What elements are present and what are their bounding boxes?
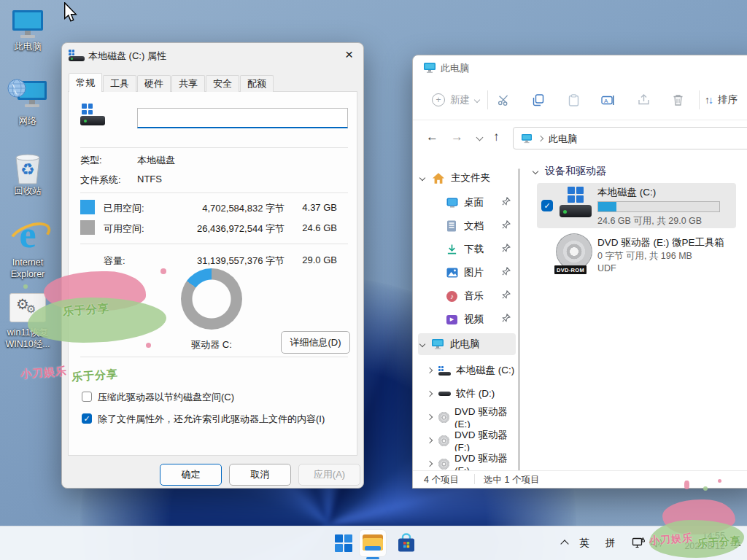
ime-indicator[interactable]: 拼 <box>605 537 616 550</box>
sidebar-item-documents[interactable]: 文档 <box>446 215 484 237</box>
free-space-label: 可用空间: <box>104 222 144 236</box>
desktop-icon-win11-restore[interactable]: ⚙ ⚙ win11恢复 WIN10经... <box>0 293 55 350</box>
group-header-devices[interactable]: 设备和驱动器 <box>533 165 606 178</box>
desktop-icon-recycle-bin[interactable]: ♻ 回收站 <box>0 152 55 197</box>
tab-quota[interactable]: 配额 <box>240 75 274 92</box>
copy-button[interactable] <box>530 92 547 108</box>
explorer-title: 此电脑 <box>441 62 469 75</box>
type-label: 类型: <box>80 154 102 167</box>
this-pc-mini-icon <box>431 338 444 350</box>
cut-button[interactable] <box>495 92 512 108</box>
explorer-sidebar: 主文件夹 桌面 文档 <box>413 158 522 471</box>
capacity-bytes: 31,139,557,376 字节 <box>197 254 285 268</box>
gear-icon: ⚙ <box>26 303 36 316</box>
rename-button[interactable]: A <box>599 92 616 108</box>
tab-sharing[interactable]: 共享 <box>171 75 205 92</box>
home-icon <box>432 172 445 184</box>
share-button[interactable] <box>635 92 652 108</box>
explorer-window: 此电脑 + 新建 <box>412 55 747 489</box>
tab-general[interactable]: 常规 <box>69 73 102 92</box>
sidebar-item-desktop[interactable]: 桌面 <box>446 192 484 214</box>
desktop-icon-network[interactable]: 网络 <box>0 79 55 127</box>
rename-icon: A <box>601 95 614 106</box>
collapse-chevron-icon[interactable] <box>427 414 433 420</box>
new-button[interactable]: + 新建 <box>432 91 479 109</box>
sidebar-item-drive-d[interactable]: 软件 (D:) <box>427 383 519 405</box>
sidebar-item-drive-c[interactable]: 本地磁盘 (C:) <box>427 359 519 381</box>
taskbar-file-explorer-button[interactable] <box>359 529 387 557</box>
volume-label-input[interactable] <box>137 108 348 128</box>
desktop-icon-internet-explorer[interactable]: e Internet Explorer <box>0 216 55 280</box>
tab-tools[interactable]: 工具 <box>103 75 136 92</box>
notifications-bell-icon[interactable] <box>729 537 742 549</box>
explorer-titlebar[interactable]: 此电脑 <box>413 55 747 80</box>
sidebar-item-music[interactable]: ♪ 音乐 <box>446 285 484 307</box>
collapse-chevron-icon[interactable] <box>427 391 433 397</box>
file-item-drive-c[interactable]: ✓ 本地磁盘 (C:) 24.6 GB 可用, 共 29.0 GB <box>537 183 736 228</box>
sidebar-item-pictures[interactable]: 图片 <box>446 262 484 284</box>
start-button[interactable] <box>332 532 355 555</box>
apply-button[interactable]: 应用(A) <box>298 464 360 486</box>
desktop-icon-label: 回收站 <box>0 185 55 197</box>
download-icon <box>446 244 457 255</box>
sidebar-item-dvd-f2[interactable]: DVD 驱动器 (F:) <box>427 453 519 471</box>
sidebar-item-this-pc[interactable]: 此电脑 <box>420 333 480 355</box>
index-checkbox-label: 除了文件属性外，还允许索引此驱动器上文件的内容(I) <box>98 413 325 426</box>
free-space-bytes: 26,436,972,544 字节 <box>197 222 285 236</box>
network-tray-icon[interactable] <box>632 537 645 549</box>
volume-icon[interactable] <box>650 537 663 548</box>
dvd-rom-badge: DVD-ROM <box>554 265 587 274</box>
tab-security[interactable]: 安全 <box>206 75 239 92</box>
item-filesystem: UDF <box>597 263 616 273</box>
sidebar-scrollbar[interactable] <box>518 168 520 471</box>
microsoft-store-icon <box>395 532 417 554</box>
used-space-bytes: 4,702,584,832 字节 <box>202 202 285 215</box>
details-button[interactable]: 详细信息(D) <box>281 331 350 354</box>
close-icon[interactable]: × <box>345 47 353 63</box>
expand-chevron-icon[interactable] <box>419 175 425 181</box>
compress-checkbox[interactable] <box>82 392 92 402</box>
music-icon: ♪ <box>446 291 457 302</box>
ok-button[interactable]: 确定 <box>160 464 222 486</box>
cut-icon <box>498 94 510 106</box>
language-indicator[interactable]: 英 <box>579 537 589 550</box>
sidebar-item-home[interactable]: 主文件夹 <box>420 167 490 189</box>
desktop-icon-label: Internet <box>0 257 55 268</box>
delete-button[interactable] <box>669 92 686 108</box>
up-icon[interactable]: ↑ <box>493 130 500 144</box>
paste-button[interactable] <box>565 92 582 108</box>
sidebar-item-downloads[interactable]: 下载 <box>446 238 484 260</box>
collapse-chevron-icon[interactable] <box>427 368 433 373</box>
sidebar-item-dvd-e[interactable]: DVD 驱动器 (E:) <box>427 406 519 428</box>
pin-icon <box>502 220 511 229</box>
back-icon[interactable]: ← <box>426 130 438 144</box>
cancel-button[interactable]: 取消 <box>229 464 291 486</box>
index-checkbox[interactable]: ✓ <box>82 413 92 424</box>
network-globe-icon <box>7 79 26 98</box>
videos-icon: ▶ <box>446 315 457 324</box>
collapse-chevron-icon[interactable] <box>427 438 433 443</box>
tab-hardware[interactable]: 硬件 <box>137 75 171 92</box>
desktop-icon-this-pc[interactable]: 此电脑 <box>0 9 55 52</box>
address-bar[interactable]: 此电脑 <box>513 127 747 149</box>
clock[interactable]: 14:55 2022/8/12 <box>671 531 725 551</box>
filesystem-label: 文件系统: <box>80 174 121 187</box>
dialog-titlebar[interactable]: 本地磁盘 (C:) 属性 × <box>62 43 363 68</box>
expand-chevron-icon[interactable] <box>419 341 425 347</box>
forward-icon[interactable]: → <box>451 130 463 144</box>
sidebar-item-dvd-f[interactable]: DVD 驱动器 (F:) <box>427 429 519 451</box>
sort-button[interactable]: ↑ ↓ 排序 <box>705 91 738 109</box>
taskbar-store-button[interactable] <box>394 532 419 555</box>
dvd-mini-icon <box>438 459 449 470</box>
drive-c-mini-icon <box>438 366 451 376</box>
history-chevron-icon[interactable] <box>476 134 484 141</box>
sidebar-item-videos[interactable]: ▶ 视频 <box>446 308 484 330</box>
item-name: 本地磁盘 (C:) <box>597 186 656 199</box>
collapse-chevron-icon[interactable] <box>427 461 433 467</box>
file-item-dvd-e[interactable]: DVD-ROM DVD 驱动器 (E:) 微PE工具箱 0 字节 可用, 共 1… <box>537 232 736 277</box>
item-checkbox[interactable]: ✓ <box>541 200 553 211</box>
group-chevron-icon[interactable] <box>533 168 538 174</box>
used-space-swatch <box>80 200 95 214</box>
breadcrumb[interactable]: 此电脑 <box>549 133 577 146</box>
tray-overflow-chevron-icon[interactable] <box>560 540 568 548</box>
